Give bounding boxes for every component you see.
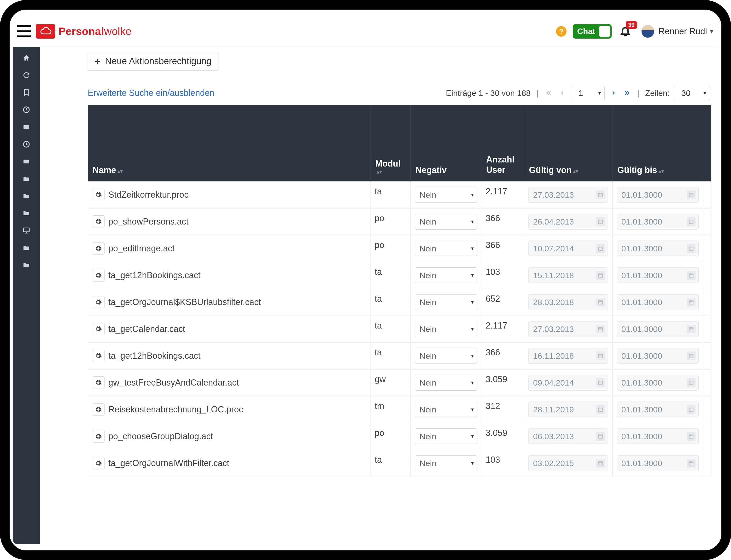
date-field[interactable]: 01.01.3000 [617,455,699,471]
new-action-button[interactable]: + Neue Aktionsberechtigung [88,52,218,71]
help-icon[interactable]: ? [556,26,567,37]
negative-select[interactable]: Nein [415,348,477,364]
folder-icon[interactable] [23,244,30,252]
date-field[interactable]: 01.01.3000 [617,375,699,391]
calendar-icon [687,352,696,360]
first-page-button[interactable] [544,88,553,98]
date-field[interactable]: 01.01.3000 [617,267,699,283]
date-field[interactable]: 28.03.2018 [529,294,608,310]
calendar-icon [596,191,605,199]
negative-select[interactable]: Nein [415,321,477,337]
row-settings-button[interactable] [92,269,104,282]
col-header-valid-to[interactable]: Gültig bis▴▾ [612,105,703,181]
date-field[interactable]: 28.11.2019 [529,402,608,417]
date-field[interactable]: 09.04.2014 [529,375,608,391]
folder-icon[interactable] [23,175,30,183]
date-field[interactable]: 01.01.3000 [617,214,699,230]
monitor-icon[interactable] [23,227,30,234]
last-page-button[interactable] [622,88,632,98]
row-name: po_editImage.act [108,243,174,254]
separator: | [535,88,540,98]
brand-logo[interactable] [36,24,55,39]
negative-select[interactable]: Nein [415,375,477,391]
card-icon[interactable] [23,123,30,131]
row-settings-button[interactable] [92,296,104,308]
date-field[interactable]: 10.07.2014 [529,241,608,256]
svg-rect-12 [598,301,603,304]
row-settings-button[interactable] [92,376,104,389]
folder-icon[interactable] [23,209,30,217]
date-field[interactable]: 01.01.3000 [617,241,699,256]
date-field[interactable]: 26.04.2013 [529,214,608,230]
negative-select[interactable]: Nein [415,187,477,203]
next-page-button[interactable] [609,88,618,98]
page-select[interactable]: 1 [571,86,605,100]
date-field[interactable]: 01.01.3000 [617,402,699,417]
folder-icon[interactable] [23,261,30,269]
sort-icon: ▴▾ [659,168,664,174]
negative-select[interactable]: Nein [415,455,477,471]
date-field[interactable]: 01.01.3000 [617,294,699,310]
clock-icon[interactable] [23,106,30,114]
row-settings-button[interactable] [92,350,104,362]
date-field[interactable]: 01.01.3000 [617,348,699,364]
row-settings-button[interactable] [92,323,104,335]
bookmark-icon[interactable] [23,89,30,96]
svg-rect-5 [689,193,693,197]
calendar-icon [687,191,696,199]
svg-rect-22 [598,435,603,439]
negative-select[interactable]: Nein [415,294,477,310]
notifications-button[interactable]: 39 [620,25,632,37]
row-settings-button[interactable] [92,430,104,443]
col-header-module[interactable]: Modul▴▾ [370,105,411,181]
negative-select[interactable]: Nein [415,428,477,444]
negative-select[interactable]: Nein [415,214,477,230]
refresh-icon[interactable] [23,71,30,79]
date-field[interactable]: 01.01.3000 [617,187,699,203]
menu-toggle-icon[interactable] [17,25,31,37]
row-users: 652 [481,289,524,316]
date-field[interactable]: 06.03.2013 [529,428,608,444]
calendar-icon [687,325,696,333]
date-field[interactable]: 01.01.3000 [617,321,699,337]
date-field[interactable]: 27.03.2013 [529,321,608,337]
col-header-name[interactable]: Name▴▾ [88,105,370,181]
calendar-icon [687,432,696,441]
prev-page-button[interactable] [558,88,567,98]
col-header-users[interactable]: AnzahlUser [481,105,524,181]
negative-select[interactable]: Nein [415,402,477,417]
folder-icon[interactable] [23,192,30,200]
negative-select[interactable]: Nein [415,241,477,256]
table-row: ta_getOrgJournal$KSBUrlaubsfilter.cact t… [88,289,711,316]
row-settings-button[interactable] [92,189,104,201]
table-row: gw_testFreeBusyAndCalendar.act gw Nein 3… [88,369,711,396]
row-settings-button[interactable] [92,242,104,255]
calendar-icon [596,217,605,226]
calendar-icon [596,459,605,468]
col-header-negative[interactable]: Negativ [411,105,482,181]
folder-icon[interactable] [23,158,30,165]
avatar[interactable] [641,25,654,38]
date-field[interactable]: 15.11.2018 [529,267,608,283]
row-settings-button[interactable] [92,403,104,416]
negative-select[interactable]: Nein [415,267,477,283]
sidebar [13,47,40,544]
date-field[interactable]: 01.01.3000 [617,428,699,444]
row-module: ta [370,289,411,316]
date-field[interactable]: 16.11.2018 [529,348,608,364]
date-field[interactable]: 03.02.2015 [529,455,608,471]
row-settings-button[interactable] [92,215,104,228]
rows-per-page-select[interactable]: 30 [674,86,710,100]
col-header-valid-from[interactable]: Gültig von▴▾ [524,105,612,181]
chevron-down-icon[interactable]: ▾ [710,27,713,35]
row-users: 103 [481,450,524,477]
home-icon[interactable] [23,54,30,62]
toggle-switch-icon [599,26,610,37]
chat-toggle[interactable]: Chat [573,24,612,39]
pager: Einträge 1 - 30 von 188 | 1 [446,86,710,100]
toggle-extended-search-link[interactable]: Erweiterte Suche ein/ausblenden [88,88,214,98]
row-settings-button[interactable] [92,457,104,469]
user-name[interactable]: Renner Rudi [659,26,707,36]
clock-icon[interactable] [23,140,30,148]
date-field[interactable]: 27.03.2013 [529,187,608,203]
